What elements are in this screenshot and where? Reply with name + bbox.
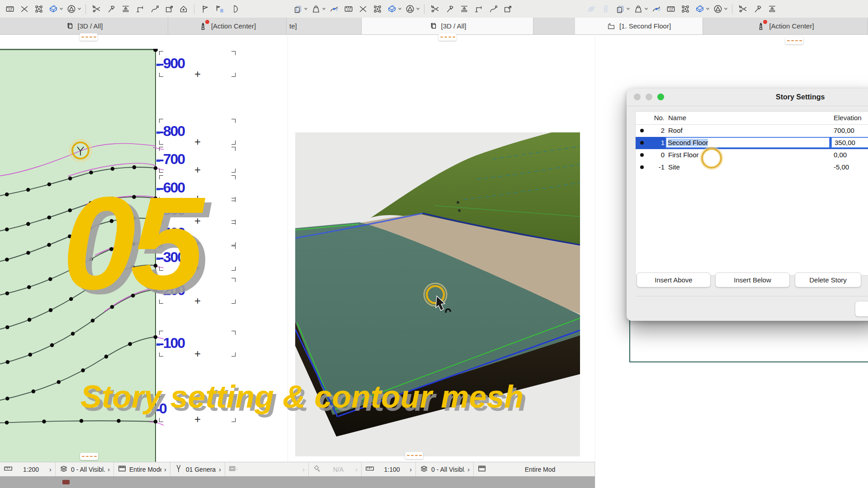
pane-drag-handle[interactable]: [439, 33, 457, 41]
column-elevation: Elevation: [834, 114, 862, 122]
status-segment-entire-mod[interactable]: Entire Mod: [474, 462, 595, 476]
story-visibility-dot[interactable]: [640, 165, 644, 169]
selection-corner: [231, 278, 236, 282]
weight-icon[interactable]: [309, 2, 323, 16]
delete-story-button[interactable]: Delete Story: [795, 272, 861, 287]
status-segment-0-all-visibl-[interactable]: 0 - All Visibl...›: [56, 462, 114, 476]
flag-icon[interactable]: [198, 2, 212, 16]
chart-up-icon[interactable]: [457, 2, 471, 16]
tab-1-second-floor[interactable]: [1. Second Floor]: [575, 18, 703, 34]
chevron-down-icon[interactable]: [706, 7, 710, 11]
chevron-down-icon[interactable]: [416, 7, 420, 11]
axe-icon[interactable]: [104, 2, 118, 16]
insert-below-button[interactable]: Insert Below: [715, 272, 790, 287]
arc-icon[interactable]: [227, 2, 241, 16]
pane-drag-handle[interactable]: [785, 37, 803, 44]
story-visibility-dot[interactable]: [640, 141, 644, 145]
resize-box-icon[interactable]: [500, 2, 514, 16]
resize-box-icon[interactable]: [162, 2, 176, 16]
ruler12-icon[interactable]: 12: [664, 2, 678, 16]
status-segment-1-200[interactable]: 1:200›: [0, 462, 56, 476]
tab-label: [3D / All]: [441, 22, 467, 30]
status-segment-frame-a-icon[interactable]: A›: [225, 462, 309, 476]
mesh-icon[interactable]: [584, 2, 598, 16]
selection-corner: [231, 169, 236, 173]
pane-drag-handle[interactable]: [80, 453, 98, 460]
selection-handle: [156, 131, 160, 134]
pane-drag-handle[interactable]: [405, 452, 423, 459]
copy-pages-icon[interactable]: [291, 2, 305, 16]
axe-icon[interactable]: [750, 2, 764, 16]
delta-icon[interactable]: [711, 2, 725, 16]
chevron-down-icon[interactable]: [724, 7, 728, 11]
cutaway3d-icon[interactable]: [693, 2, 707, 16]
frame-a-icon: A: [229, 464, 238, 474]
chevron-down-icon[interactable]: [398, 7, 402, 11]
corner-dim-icon[interactable]: [472, 2, 486, 16]
minimize-button[interactable]: [646, 94, 652, 100]
cutaway3d-icon[interactable]: [46, 2, 60, 16]
document-tab-bar: [3D / All][Action Center]te][3D / All][1…: [0, 18, 868, 35]
story-row-roof[interactable]: 2Roof700,00: [636, 125, 868, 137]
flag-list-icon[interactable]: [212, 2, 226, 16]
story-row-site[interactable]: -1Site-5,00: [636, 161, 868, 174]
scissors-icon[interactable]: [736, 2, 750, 16]
cube-icon: [429, 22, 438, 31]
nodebox-icon[interactable]: [370, 2, 384, 16]
status-segment-1-100[interactable]: 1:100›: [362, 462, 416, 476]
delta-icon[interactable]: [403, 2, 417, 16]
chart-up-icon[interactable]: [118, 2, 132, 16]
scissors-icon[interactable]: [428, 2, 442, 16]
tab-3d-all[interactable]: [3D / All]: [0, 18, 168, 34]
node-blue-icon[interactable]: [649, 2, 663, 16]
nodebox-icon[interactable]: [678, 2, 692, 16]
layers-icon: [420, 464, 429, 474]
ok-button-partial[interactable]: [855, 301, 868, 317]
corner-dim-icon[interactable]: [133, 2, 147, 16]
tab-action-center[interactable]: [Action Center]: [703, 18, 868, 34]
chevron-down-icon[interactable]: [77, 7, 81, 11]
chevron-down-icon[interactable]: [644, 7, 648, 11]
tab-3d-all[interactable]: [3D / All]: [362, 18, 533, 34]
chevron-down-icon[interactable]: [59, 7, 63, 11]
dialog-titlebar[interactable]: Story Settings: [627, 89, 868, 106]
story-visibility-dot[interactable]: [640, 153, 644, 157]
copy-pages-icon[interactable]: [613, 2, 627, 16]
tab-te[interactable]: te]: [287, 18, 362, 34]
pane-drag-handle[interactable]: [80, 33, 98, 41]
zoom-button[interactable]: [657, 94, 664, 100]
panel-icon[interactable]: [599, 2, 613, 16]
status-segment-0-all-visibl-[interactable]: 0 - All Visibl...›: [416, 462, 474, 476]
ruler12-icon[interactable]: 12: [3, 2, 17, 16]
node-blue-icon[interactable]: [327, 2, 341, 16]
chart-up-icon[interactable]: [765, 2, 779, 16]
cutaway3d-icon[interactable]: [385, 2, 399, 16]
house-icon[interactable]: [176, 2, 190, 16]
ruler12-icon[interactable]: 12: [341, 2, 355, 16]
insert-above-button[interactable]: Insert Above: [637, 272, 711, 287]
story-visibility-dot[interactable]: [640, 129, 644, 132]
status-segment-01-general[interactable]: 01 General›: [170, 462, 225, 476]
spline-icon[interactable]: [147, 2, 161, 16]
tab-action-center[interactable]: [Action Center]: [168, 18, 287, 34]
hourglass-icon[interactable]: [17, 2, 31, 16]
delta-icon[interactable]: [64, 2, 78, 16]
axe-icon[interactable]: [443, 2, 457, 16]
weight-icon[interactable]: [631, 2, 645, 16]
story-elevation-field[interactable]: 350,00: [831, 137, 868, 148]
chevron-right-icon: ›: [219, 465, 221, 473]
status-segment-entire-model[interactable]: Entire Model›: [114, 462, 170, 476]
scissors-icon[interactable]: [90, 2, 104, 16]
dialog-separator: [636, 296, 868, 296]
status-segment-n-a[interactable]: N/A›: [309, 462, 362, 476]
story-row-second-floor[interactable]: 1Second Floor350,00: [636, 137, 868, 149]
story-row-first-floor[interactable]: 0First Floor0,00: [636, 149, 868, 161]
spline-icon[interactable]: [486, 2, 500, 16]
story-name-field[interactable]: Second Floor: [665, 137, 830, 148]
close-button[interactable]: [634, 94, 641, 100]
hourglass-icon[interactable]: [356, 2, 370, 16]
nodebox-icon[interactable]: [32, 2, 46, 16]
chevron-down-icon[interactable]: [626, 7, 630, 11]
chevron-down-icon[interactable]: [304, 7, 308, 11]
chevron-down-icon[interactable]: [322, 7, 326, 11]
